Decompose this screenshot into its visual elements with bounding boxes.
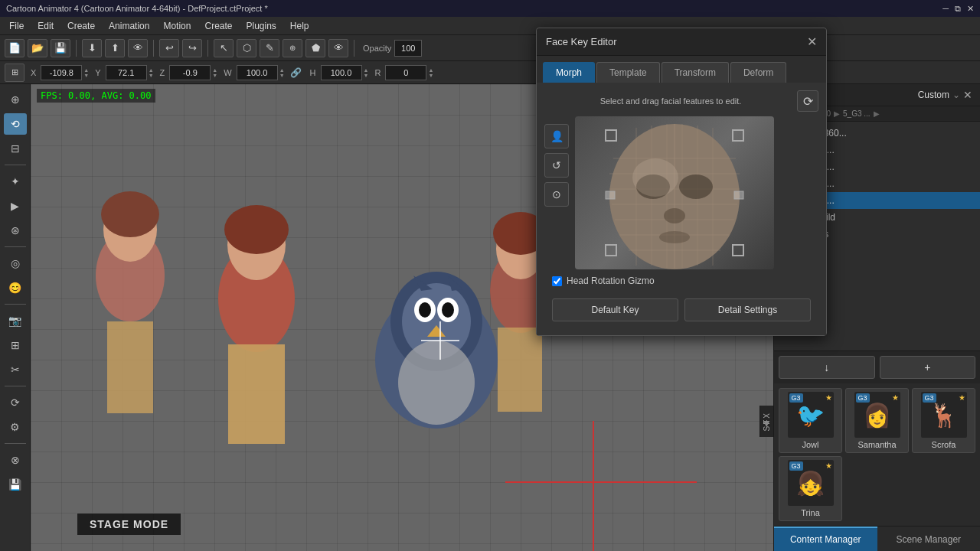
content-item-scrofa[interactable]: G3 ★ 🦌 Scrofa — [912, 388, 975, 453]
tool-save-scene[interactable]: 💾 — [4, 474, 27, 495]
left-sep-3 — [5, 304, 26, 305]
tool-scene[interactable]: ⊞ — [4, 334, 27, 356]
select-button[interactable]: ↖ — [214, 39, 234, 57]
y-arrows[interactable]: ▲▼ — [149, 67, 154, 78]
fke-tab-deform[interactable]: Deform — [730, 62, 786, 83]
h-arrows[interactable]: ▲▼ — [364, 67, 369, 78]
tool-d[interactable]: ⬟ — [305, 39, 325, 57]
fke-tab-transform[interactable]: Transform — [662, 62, 729, 83]
tool-particle[interactable]: ⊛ — [4, 220, 27, 241]
menu-create[interactable]: Create — [61, 19, 101, 33]
menu-plugins[interactable]: Plugins — [240, 19, 283, 33]
save-button[interactable]: 💾 — [51, 39, 70, 57]
z-arrows[interactable]: ▲▼ — [212, 67, 217, 78]
tool-c[interactable]: ⊕ — [283, 39, 302, 57]
manager-tabs: Content Manager Scene Manager — [774, 526, 980, 551]
main-layout: ⊕ ⟲ ⊟ ✦ ▶ ⊛ ◎ 😊 📷 ⊞ ✂ ⟳ ⚙ ⊗ 💾 — [0, 84, 980, 551]
import-button[interactable]: ⬇ — [82, 39, 102, 57]
fke-refresh-button[interactable]: ⟳ — [797, 90, 818, 112]
transform-w-group: W 100.0 ▲▼ — [220, 65, 284, 80]
fke-tab-template[interactable]: Template — [596, 62, 660, 83]
z-input[interactable]: -0.9 — [169, 65, 211, 80]
w-input[interactable]: 100.0 — [237, 65, 278, 80]
tool-extra[interactable]: ⊗ — [4, 449, 27, 471]
menu-motion[interactable]: Motion — [157, 19, 197, 33]
face-key-editor-dialog: Face Key Editor ✕ Morph Template Transfo… — [536, 28, 827, 336]
close-button[interactable]: ✕ — [967, 4, 974, 14]
tool-bone[interactable]: ✦ — [4, 171, 27, 192]
menu-create2[interactable]: Create — [198, 19, 238, 33]
open-button[interactable]: 📂 — [28, 39, 47, 57]
menu-animation[interactable]: Animation — [103, 19, 155, 33]
tool-animate[interactable]: ▶ — [4, 195, 27, 217]
minimize-button[interactable]: ─ — [942, 4, 949, 14]
fke-close-button[interactable]: ✕ — [807, 34, 817, 49]
x-arrows[interactable]: ▲▼ — [83, 67, 89, 78]
grid-toggle[interactable]: ⊞ — [5, 64, 24, 82]
head-rotation-label[interactable]: Head Rotation Gizmo — [567, 276, 655, 286]
tool-effect[interactable]: ✂ — [4, 359, 27, 380]
redo-button[interactable]: ↪ — [182, 39, 202, 57]
y-input[interactable]: 72.1 — [106, 65, 147, 80]
content-item-samantha[interactable]: G3 ★ 👩 Samantha — [845, 388, 909, 453]
close-panel-button[interactable]: ✕ — [963, 89, 972, 101]
fke-rotation-row: Head Rotation Gizmo — [544, 269, 818, 292]
menu-help[interactable]: Help — [284, 19, 315, 33]
left-sep-2 — [5, 246, 26, 247]
menu-edit[interactable]: Edit — [31, 19, 60, 33]
tool-settings[interactable]: ⚙ — [4, 416, 27, 438]
breadcrumb-5g3[interactable]: 5_G3 ... — [843, 109, 871, 118]
tool-morph[interactable]: ◎ — [4, 253, 27, 274]
export-button[interactable]: ⬆ — [105, 39, 125, 57]
fke-default-key-button[interactable]: Default Key — [552, 298, 678, 321]
h-input[interactable]: 100.0 — [321, 65, 362, 80]
trina-thumb: G3 ★ 👧 — [788, 460, 834, 506]
undo-button[interactable]: ↩ — [159, 39, 179, 57]
tab-scene-manager[interactable]: Scene Manager — [877, 527, 981, 551]
new-button[interactable]: 📄 — [5, 39, 24, 57]
content-item-trina[interactable]: G3 ★ 👧 Trina — [779, 456, 842, 521]
add-scene-button[interactable]: + — [880, 356, 976, 379]
fke-head-tool[interactable]: 👤 — [544, 124, 569, 148]
maximize-button[interactable]: ⧉ — [955, 4, 961, 14]
trina-label: Trina — [801, 508, 820, 517]
tool-camera[interactable]: 📷 — [4, 310, 27, 331]
fke-rotate-tool[interactable]: ↺ — [544, 153, 569, 178]
tool-pointer[interactable]: ⊕ — [4, 89, 27, 110]
window-controls[interactable]: ─ ⧉ ✕ — [942, 4, 974, 14]
fke-tabs: Morph Template Transform Deform — [537, 56, 826, 83]
fke-detail-settings-button[interactable]: Detail Settings — [684, 298, 811, 321]
tab-content-manager[interactable]: Content Manager — [774, 527, 877, 551]
jowl-thumb: G3 ★ 🐦 — [788, 392, 834, 438]
fke-titlebar: Face Key Editor ✕ — [537, 28, 826, 56]
left-sep-4 — [5, 386, 26, 386]
fke-zoom-tool[interactable]: ⊙ — [544, 182, 569, 207]
menu-file[interactable]: File — [3, 19, 30, 33]
remove-scene-button[interactable]: ↓ — [779, 356, 875, 379]
fke-face-3d-preview — [575, 116, 774, 269]
fps-display: FPS: 0.00, AVG: 0.00 — [37, 89, 155, 103]
head-rotation-checkbox[interactable] — [552, 276, 562, 286]
view-button[interactable]: 👁 — [128, 39, 148, 57]
fke-tab-morph[interactable]: Morph — [543, 62, 595, 83]
scroll-down-arrow[interactable]: ▼ — [761, 417, 772, 429]
tool-transform[interactable]: ⟲ — [4, 113, 27, 135]
r-input[interactable]: 0 — [385, 65, 426, 80]
link-icon: 🔗 — [288, 67, 304, 78]
svg-rect-51 — [606, 191, 615, 199]
tool-light[interactable]: ⟳ — [4, 392, 27, 413]
tool-layer[interactable]: ⊟ — [4, 138, 27, 159]
opacity-input[interactable]: 100 — [394, 40, 422, 57]
tool-a[interactable]: ⬡ — [237, 39, 256, 57]
breadcrumb-sep-3: ▶ — [874, 109, 880, 118]
tool-e[interactable]: 👁 — [328, 39, 348, 57]
star-trina: ★ — [825, 461, 832, 470]
tool-face[interactable]: 😊 — [4, 277, 27, 298]
x-input[interactable]: -109.8 — [41, 65, 82, 80]
custom-chevron[interactable]: ⌄ — [952, 90, 960, 100]
w-arrows[interactable]: ▲▼ — [279, 67, 285, 78]
content-item-jowl[interactable]: G3 ★ 🐦 Jowl — [779, 388, 842, 453]
content-grid: G3 ★ 🐦 Jowl G3 ★ 👩 Samantha G3 ★ — [774, 383, 980, 526]
tool-b[interactable]: ✎ — [260, 39, 279, 57]
r-arrows[interactable]: ▲▼ — [428, 67, 433, 78]
